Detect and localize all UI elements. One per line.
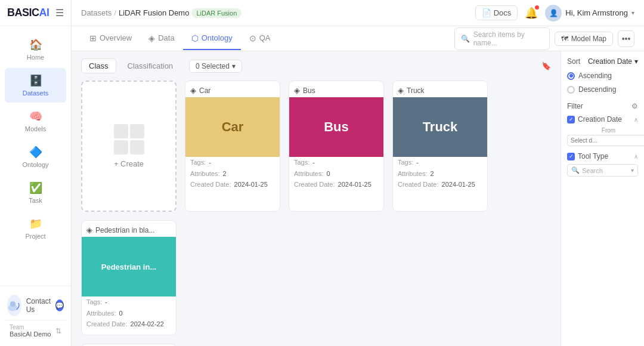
sidebar-nav: 🏠 Home 🗄️ Datasets 🧠 Models 🔷 Ontology ✅… — [0, 26, 71, 286]
team-row[interactable]: Team BasicAI Demo ⇅ — [5, 320, 66, 341]
creation-date-checkbox — [567, 116, 575, 123]
filter-creation-date-header[interactable]: Creation Date ∧ — [567, 115, 638, 123]
team-label: Team — [10, 324, 51, 330]
filter-header: Filter ⚙ — [567, 102, 638, 110]
tool-type-chevron: ∧ — [634, 153, 638, 160]
create-icon — [114, 124, 144, 155]
tool-type-search[interactable]: 🔍 Search ▾ — [567, 164, 638, 177]
sort-descending[interactable]: Descending — [567, 84, 638, 95]
datasets-icon: 🗄️ — [29, 74, 42, 87]
card-bus-title: Bus — [303, 86, 315, 95]
ontology-tab-icon: ⬡ — [191, 33, 199, 43]
more-options-button[interactable]: ••• — [618, 30, 634, 47]
bookmark-button[interactable]: 🔖 — [541, 61, 551, 70]
breadcrumb-datasets[interactable]: Datasets — [81, 8, 112, 17]
tool-type-label: Tool Type — [578, 152, 608, 160]
card-car[interactable]: ◈ Car Car Tags: - Attributes: 2 Created … — [185, 81, 280, 212]
card-car-title: Car — [199, 86, 210, 95]
sidebar-logo-area: BASICAI ☰ — [0, 0, 71, 26]
tool-type-search-placeholder: Search — [582, 167, 603, 174]
card-pedestrian[interactable]: ◈ Pedestrian in bla... Pedestrian in... … — [81, 220, 177, 335]
selected-dropdown-icon: ▾ — [232, 62, 236, 70]
tab-overview[interactable]: ⊞ Overview — [81, 27, 140, 50]
cards-grid-row2: 🔷 Vehicle Vehicle Tags: - Attributes: 0 … — [81, 344, 551, 346]
sidebar-project-label: Project — [25, 233, 45, 240]
docs-button[interactable]: 📄 Docs — [475, 5, 518, 20]
sidebar-item-home[interactable]: 🏠 Home — [5, 32, 66, 67]
card-bus-header: ◈ Bus — [289, 81, 383, 97]
card-truck[interactable]: ◈ Truck Truck Tags: - Attributes: 2 Crea… — [392, 81, 488, 212]
contact-avatar — [7, 295, 21, 316]
card-pedestrian-thumb: Pedestrian in... — [82, 237, 176, 296]
model-map-label: Model Map — [571, 35, 606, 43]
classification-button[interactable]: Classification — [120, 58, 181, 73]
sort-header-row: Sort Creation Date ▾ — [567, 57, 638, 66]
card-bus-type-icon: ◈ — [294, 86, 300, 95]
project-icon: 📁 — [29, 217, 42, 230]
sidebar-item-datasets[interactable]: 🗄️ Datasets — [5, 68, 66, 103]
tabs-bar: ⊞ Overview ◈ Data ⬡ Ontology ⊙ QA 🔍 Sear… — [72, 26, 644, 51]
team-arrows-icon: ⇅ — [55, 327, 61, 335]
user-dropdown-icon: ▾ — [631, 10, 634, 16]
sidebar-item-ontology[interactable]: 🔷 Ontology — [5, 140, 66, 174]
create-card[interactable]: + Create — [81, 81, 177, 212]
user-menu[interactable]: 👤 Hi, Kim Armstrong ▾ — [545, 5, 634, 21]
tool-type-search-dropdown: ▾ — [631, 167, 634, 174]
tool-type-search-icon: 🔍 — [571, 166, 580, 174]
sort-value-text: Creation Date — [588, 57, 632, 66]
sidebar-datasets-label: Datasets — [23, 89, 48, 97]
tab-qa[interactable]: ⊙ QA — [241, 27, 279, 50]
sidebar-item-models[interactable]: 🧠 Models — [5, 104, 66, 138]
filter-tool-type: Tool Type ∧ 🔍 Search ▾ — [567, 152, 638, 177]
docs-label: Docs — [494, 8, 512, 17]
notification-dot — [535, 5, 539, 10]
creation-date-label: Creation Date — [578, 115, 622, 123]
contact-us-area[interactable]: Contact Us 💬 — [5, 291, 66, 320]
home-icon: 🏠 — [29, 38, 42, 51]
tabs-right-actions: 🔍 Search items by name... 🗺 Model Map ••… — [454, 27, 634, 50]
selected-count[interactable]: 0 Selected ▾ — [189, 60, 242, 73]
sort-value-dropdown[interactable]: Creation Date ▾ — [588, 57, 638, 66]
search-input[interactable]: 🔍 Search items by name... — [454, 27, 550, 50]
docs-icon: 📄 — [482, 8, 491, 17]
tab-overview-label: Overview — [100, 33, 132, 42]
card-truck-type-icon: ◈ — [398, 86, 404, 95]
svg-point-1 — [10, 301, 16, 307]
menu-toggle-icon[interactable]: ☰ — [55, 7, 64, 18]
card-bus[interactable]: ◈ Bus Bus Tags: - Attributes: 0 Created … — [289, 81, 384, 212]
card-bus-thumb: Bus — [289, 97, 383, 157]
tab-data[interactable]: ◈ Data — [140, 27, 182, 50]
date-range-row: From To — [567, 127, 638, 146]
card-pedestrian-type-icon: ◈ — [86, 225, 92, 234]
descending-radio — [567, 86, 575, 94]
filter-sidebar: Sort Creation Date ▾ Ascending Descendin… — [561, 51, 644, 346]
tab-ontology[interactable]: ⬡ Ontology — [183, 27, 241, 50]
card-pedestrian-header: ◈ Pedestrian in bla... — [82, 221, 176, 237]
notification-button[interactable]: 🔔 — [525, 7, 538, 20]
filter-tool-type-header[interactable]: Tool Type ∧ — [567, 152, 638, 160]
sidebar-item-task[interactable]: ✅ Task — [5, 175, 66, 210]
tool-type-checkbox — [567, 153, 575, 160]
model-map-button[interactable]: 🗺 Model Map — [555, 32, 613, 46]
date-from-input[interactable] — [567, 135, 644, 146]
filter-settings-icon[interactable]: ⚙ — [631, 102, 638, 110]
creation-date-chevron: ∧ — [634, 116, 638, 123]
card-car-header: ◈ Car — [185, 81, 280, 97]
qa-tab-icon: ⊙ — [249, 33, 256, 43]
model-map-icon: 🗺 — [561, 35, 568, 43]
breadcrumb: Datasets / LiDAR Fusion Demo LiDAR Fusio… — [81, 8, 242, 18]
more-icon: ••• — [622, 34, 631, 44]
ontology-icon: 🔷 — [29, 146, 42, 159]
class-button[interactable]: Class — [81, 58, 116, 73]
from-label: From — [567, 127, 644, 134]
sidebar-home-label: Home — [27, 54, 44, 61]
sort-ascending[interactable]: Ascending — [567, 70, 638, 81]
main-content: Datasets / LiDAR Fusion Demo LiDAR Fusio… — [72, 0, 644, 346]
tab-data-label: Data — [158, 33, 174, 42]
sidebar-task-label: Task — [29, 197, 42, 204]
card-vehicle[interactable]: 🔷 Vehicle Vehicle Tags: - Attributes: 0 … — [81, 344, 177, 346]
lidar-fusion-badge: LiDAR Fusion — [191, 8, 242, 18]
task-icon: ✅ — [29, 181, 42, 194]
sidebar-item-project[interactable]: 📁 Project — [5, 211, 66, 246]
search-icon: 🔍 — [461, 35, 470, 43]
